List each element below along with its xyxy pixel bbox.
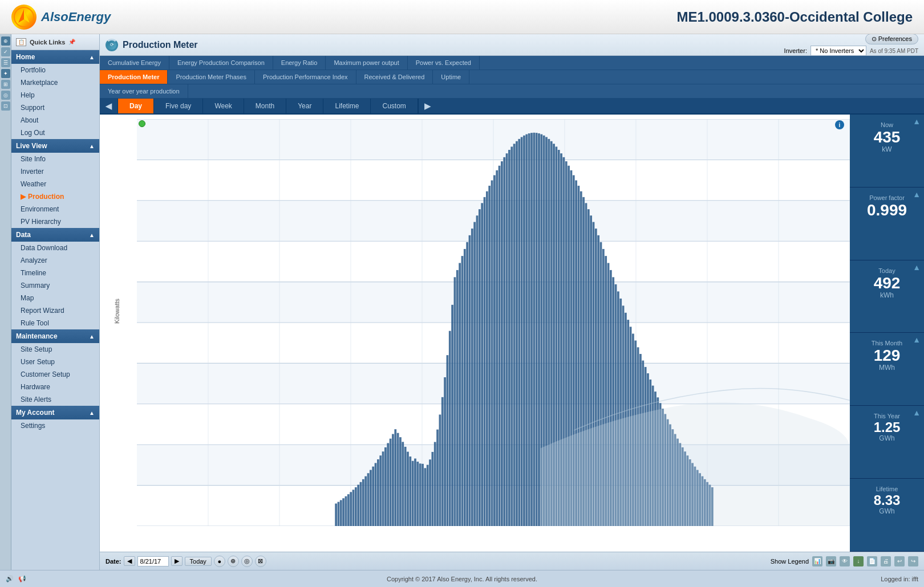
time-tab-day[interactable]: Day: [118, 99, 154, 113]
sidebar-section-data[interactable]: Data ▲ Data Download Analyzer Timeline S…: [11, 228, 99, 329]
sidebar-section-liveview[interactable]: Live View ▲ Site Info Inverter Weather ▶…: [11, 139, 99, 228]
svg-rect-160: [439, 414, 441, 526]
nav-icon-7[interactable]: ⊡: [1, 101, 10, 111]
sidebar-section-myaccount[interactable]: My Account ▲ Settings: [11, 406, 99, 432]
nav-icon-5[interactable]: ⊞: [1, 80, 10, 89]
svg-rect-139: [387, 443, 389, 526]
nav-icon-4[interactable]: ✦: [1, 69, 10, 78]
footer-speaker-icon[interactable]: 📢: [18, 575, 26, 582]
sidebar-item-siteinfo[interactable]: Site Info: [11, 153, 99, 165]
time-tab-lifetime[interactable]: Lifetime: [323, 99, 371, 113]
sidebar-item-sitesetup[interactable]: Site Setup: [11, 343, 99, 356]
inverter-select[interactable]: * No Inverters: [810, 46, 866, 56]
sidebar-item-ruletool[interactable]: Rule Tool: [11, 317, 99, 329]
sidebar-item-logout[interactable]: Log Out: [11, 127, 99, 139]
sidebar-item-marketplace[interactable]: Marketplace: [11, 76, 99, 89]
svg-rect-179: [486, 191, 488, 526]
stat-unit-lifetime: GWh: [854, 507, 919, 515]
date-prev-button[interactable]: ◀: [124, 556, 135, 566]
sidebar-item-reportwizard[interactable]: Report Wizard: [11, 304, 99, 317]
quick-links-icon: 📋: [16, 38, 26, 46]
sidebar-section-maintenance[interactable]: Maintenance ▲ Site Setup User Setup Cust…: [11, 329, 99, 406]
legend-icon-1[interactable]: 📊: [812, 556, 822, 566]
sidebar-section-maintenance-header[interactable]: Maintenance ▲: [11, 329, 99, 343]
sidebar-section-home[interactable]: Home ▲ Portfolio Marketplace Help Suppor…: [11, 50, 99, 139]
legend-icon-5[interactable]: 📄: [867, 556, 877, 566]
sidebar-item-portfolio[interactable]: Portfolio: [11, 64, 99, 76]
sidebar-item-pvhierarchy[interactable]: PV Hierarchy: [11, 215, 99, 228]
tab-power-vs-expected[interactable]: Power vs. Expected: [408, 56, 480, 70]
inverter-label: Inverter:: [784, 47, 807, 54]
time-nav-prev[interactable]: ◀: [100, 99, 118, 113]
sidebar-section-data-header[interactable]: Data ▲: [11, 228, 99, 242]
tab-received-delivered[interactable]: Received & Delivered: [356, 70, 433, 84]
time-tab-month[interactable]: Month: [244, 99, 286, 113]
tab-year-over-year[interactable]: Year over year production: [100, 84, 188, 98]
svg-rect-145: [402, 442, 404, 526]
svg-rect-162: [444, 377, 446, 526]
tab-production-performance-index[interactable]: Production Performance Index: [255, 70, 356, 84]
nav-circle-3[interactable]: ◎: [241, 556, 253, 567]
sidebar-item-summary[interactable]: Summary: [11, 279, 99, 292]
nav-circle-1[interactable]: ●: [214, 556, 225, 567]
tab-energy-production-comparison[interactable]: Energy Production Comparison: [169, 56, 273, 70]
sidebar-item-datadownload[interactable]: Data Download: [11, 242, 99, 254]
sidebar-item-production[interactable]: ▶Production: [11, 190, 99, 203]
nav-icon-6[interactable]: ◎: [1, 91, 10, 100]
preferences-button[interactable]: ⊙ Preferences: [865, 34, 918, 44]
time-tab-custom[interactable]: Custom: [371, 99, 418, 113]
stat-card-thismonth: ▲ This Month 129 MWh: [850, 333, 924, 406]
stat-value-powerfactor: 0.999: [854, 202, 919, 218]
sidebar-item-settings[interactable]: Settings: [11, 419, 99, 432]
today-button[interactable]: Today: [185, 557, 212, 566]
sidebar-item-analyzer[interactable]: Analyzer: [11, 254, 99, 267]
sidebar-item-environment[interactable]: Environment: [11, 203, 99, 215]
sidebar-item-about[interactable]: About: [11, 114, 99, 127]
sidebar-item-support[interactable]: Support: [11, 101, 99, 114]
tab-production-meter-phases[interactable]: Production Meter Phases: [168, 70, 255, 84]
sidebar-section-home-header[interactable]: Home ▲: [11, 50, 99, 64]
nav-icon-2[interactable]: ✓: [1, 47, 10, 56]
sidebar-item-map[interactable]: Map: [11, 292, 99, 304]
sidebar-item-customersetup[interactable]: Customer Setup: [11, 368, 99, 381]
sidebar-item-sitealerts[interactable]: Site Alerts: [11, 393, 99, 406]
sidebar-item-inverter[interactable]: Inverter: [11, 165, 99, 178]
sidebar-item-timeline[interactable]: Timeline: [11, 267, 99, 279]
quick-links-bar[interactable]: 📋 Quick Links 📌: [11, 34, 99, 50]
tab-cumulative-energy[interactable]: Cumulative Energy: [100, 56, 169, 70]
sidebar-section-liveview-header[interactable]: Live View ▲: [11, 139, 99, 153]
date-input[interactable]: [137, 556, 169, 566]
sidebar-item-help[interactable]: Help: [11, 89, 99, 101]
legend-icon-7[interactable]: ↩: [894, 556, 905, 566]
sidebar-item-usersetup[interactable]: User Setup: [11, 356, 99, 368]
svg-rect-190: [513, 144, 516, 526]
svg-rect-178: [484, 197, 486, 526]
svg-rect-128: [360, 482, 362, 526]
nav-circle-2[interactable]: ⊕: [228, 556, 239, 567]
tab-uptime[interactable]: Uptime: [433, 70, 469, 84]
legend-icon-4[interactable]: ↓: [853, 556, 864, 566]
tab-energy-ratio[interactable]: Energy Ratio: [273, 56, 326, 70]
time-nav-next[interactable]: ▶: [418, 99, 436, 113]
time-tab-fiveday[interactable]: Five day: [154, 99, 203, 113]
time-tab-year[interactable]: Year: [286, 99, 323, 113]
tab-maximum-power-output[interactable]: Maximum power output: [326, 56, 407, 70]
legend-icon-2[interactable]: 📷: [826, 556, 836, 566]
date-next-button[interactable]: ▶: [171, 556, 183, 566]
time-tab-week[interactable]: Week: [203, 99, 244, 113]
sidebar-section-myaccount-header[interactable]: My Account ▲: [11, 406, 99, 419]
svg-rect-153: [422, 464, 424, 526]
legend-icon-6[interactable]: 🖨: [881, 556, 891, 566]
legend-icon-8[interactable]: ↪: [908, 556, 918, 566]
chart-info-icon[interactable]: i: [835, 120, 844, 129]
sidebar-item-weather[interactable]: Weather: [11, 178, 99, 190]
nav-icon-1[interactable]: ⊕: [1, 36, 10, 46]
tab-production-meter[interactable]: Production Meter: [100, 70, 168, 84]
footer-sound-icon[interactable]: 🔊: [6, 575, 14, 582]
sidebar-item-hardware[interactable]: Hardware: [11, 381, 99, 393]
nav-circle-4[interactable]: ⊠: [255, 556, 266, 567]
legend-icon-3[interactable]: 👁: [840, 556, 850, 566]
svg-rect-146: [404, 447, 407, 526]
svg-rect-200: [538, 133, 540, 526]
nav-icon-3[interactable]: ☰: [1, 58, 10, 67]
